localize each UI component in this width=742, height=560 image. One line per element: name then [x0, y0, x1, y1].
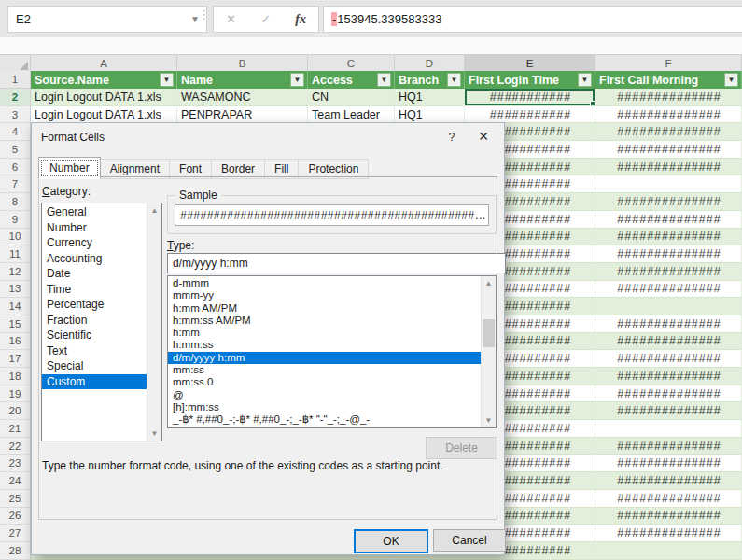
- row-number[interactable]: 5: [0, 141, 31, 159]
- type-option[interactable]: mm:ss: [168, 364, 481, 376]
- row-number[interactable]: 28: [0, 542, 31, 560]
- row-number[interactable]: 13: [0, 281, 31, 299]
- table-cell[interactable]: ##############: [595, 333, 742, 351]
- filter-button[interactable]: ▼: [447, 73, 461, 87]
- table-cell[interactable]: WASAMONC: [177, 89, 308, 106]
- tab-number[interactable]: Number: [38, 157, 101, 179]
- select-all-corner[interactable]: [0, 55, 31, 72]
- table-cell[interactable]: ##############: [595, 438, 742, 455]
- table-cell[interactable]: Login Logout DATA 1.xls: [31, 89, 177, 106]
- filter-button[interactable]: ▼: [724, 73, 738, 87]
- column-header-C[interactable]: C: [308, 55, 395, 72]
- column-header-A[interactable]: A: [31, 55, 177, 72]
- table-cell[interactable]: ##############: [595, 89, 742, 106]
- row-number[interactable]: 15: [0, 315, 31, 333]
- table-cell[interactable]: [595, 420, 742, 438]
- scroll-up-icon[interactable]: ▲: [482, 276, 496, 290]
- type-scrollbar[interactable]: ▲ ▼: [481, 276, 496, 427]
- table-cell[interactable]: ##############: [595, 508, 742, 525]
- table-cell[interactable]: HQ1: [395, 89, 465, 106]
- close-icon[interactable]: ✕: [472, 129, 495, 144]
- type-option[interactable]: h:mm: [168, 327, 481, 339]
- table-cell[interactable]: ##############: [595, 211, 742, 229]
- table-cell[interactable]: HQ1: [395, 106, 465, 124]
- scroll-down-icon[interactable]: ▼: [482, 413, 496, 427]
- row-number[interactable]: 2: [0, 89, 31, 106]
- table-cell[interactable]: ##############: [595, 141, 742, 159]
- category-item-currency[interactable]: Currency: [42, 235, 147, 251]
- name-box[interactable]: E2 ▼: [7, 6, 207, 33]
- insert-function-icon[interactable]: fx: [295, 12, 306, 27]
- filter-button[interactable]: ▼: [160, 73, 174, 87]
- table-cell[interactable]: [595, 542, 742, 560]
- row-number[interactable]: 4: [0, 123, 31, 141]
- table-cell[interactable]: Login Logout DATA 1.xls: [31, 106, 177, 124]
- row-number[interactable]: 8: [0, 193, 31, 211]
- category-item-custom[interactable]: Custom: [42, 374, 147, 390]
- category-item-scientific[interactable]: Scientific: [42, 328, 147, 343]
- type-input[interactable]: d/m/yyyy h:mm: [167, 253, 506, 273]
- type-option[interactable]: @: [168, 389, 481, 401]
- table-cell[interactable]: ##############: [595, 525, 742, 542]
- column-header-E[interactable]: E: [465, 55, 595, 72]
- row-number[interactable]: 26: [0, 508, 31, 525]
- scroll-down-icon[interactable]: ▼: [147, 427, 161, 441]
- column-header-F[interactable]: F: [595, 55, 742, 72]
- scrollbar-thumb[interactable]: [483, 319, 495, 347]
- filter-button[interactable]: ▼: [290, 73, 304, 87]
- category-item-time[interactable]: Time: [42, 282, 147, 298]
- table-cell[interactable]: ##############: [595, 402, 742, 420]
- table-cell[interactable]: ##############: [595, 229, 742, 246]
- column-header-D[interactable]: D: [395, 55, 465, 72]
- filter-button[interactable]: ▼: [578, 73, 592, 87]
- category-item-fraction[interactable]: Fraction: [42, 313, 147, 329]
- row-number[interactable]: 27: [0, 525, 31, 542]
- table-cell[interactable]: CN: [308, 89, 395, 106]
- row-number[interactable]: 17: [0, 350, 31, 368]
- table-cell[interactable]: ##############: [595, 368, 742, 385]
- selected-cell-E2[interactable]: ###########: [465, 89, 595, 106]
- category-item-text[interactable]: Text: [42, 343, 147, 359]
- filter-button[interactable]: ▼: [377, 73, 391, 87]
- row-number[interactable]: 16: [0, 333, 31, 351]
- row-number[interactable]: 6: [0, 159, 31, 176]
- type-option[interactable]: h:mm:ss: [168, 339, 481, 351]
- column-header-B[interactable]: B: [177, 55, 308, 72]
- confirm-entry-icon[interactable]: ✓: [260, 12, 271, 26]
- type-option[interactable]: h:mm:ss AM/PM: [168, 315, 481, 327]
- table-cell[interactable]: ##############: [595, 281, 742, 299]
- row-number[interactable]: 19: [0, 385, 31, 403]
- dialog-titlebar[interactable]: Format Cells ? ✕: [32, 123, 504, 151]
- row-number[interactable]: 24: [0, 472, 31, 490]
- table-cell[interactable]: ##############: [595, 123, 742, 141]
- table-cell[interactable]: [595, 298, 742, 315]
- table-cell[interactable]: ##############: [595, 106, 742, 124]
- type-option[interactable]: h:mm AM/PM: [168, 302, 481, 315]
- table-cell[interactable]: ###########: [465, 106, 595, 124]
- type-option[interactable]: d/m/yyyy h:mm: [168, 352, 481, 364]
- scroll-up-icon[interactable]: ▲: [147, 203, 161, 217]
- category-item-number[interactable]: Number: [42, 220, 147, 236]
- table-cell[interactable]: ##############: [595, 385, 742, 403]
- type-listbox[interactable]: d-mmmmmm-yyh:mm AM/PMh:mm:ss AM/PMh:mmh:…: [167, 275, 497, 428]
- table-cell[interactable]: PENPRAPAR: [177, 106, 308, 124]
- category-scrollbar[interactable]: ▲ ▼: [147, 203, 161, 441]
- ok-button[interactable]: OK: [354, 529, 428, 553]
- table-cell[interactable]: Team Leader: [308, 106, 395, 124]
- table-cell[interactable]: ##############: [595, 472, 742, 490]
- row-number[interactable]: 23: [0, 455, 31, 472]
- cancel-entry-icon[interactable]: ✕: [226, 12, 236, 26]
- row-number[interactable]: 3: [0, 106, 31, 124]
- table-cell[interactable]: ##############: [595, 263, 742, 281]
- row-number[interactable]: 25: [0, 490, 31, 508]
- type-option[interactable]: mm:ss.0: [168, 376, 481, 388]
- category-item-accounting[interactable]: Accounting: [42, 251, 147, 267]
- table-cell[interactable]: ##############: [595, 455, 742, 472]
- type-option[interactable]: mmm-yy: [168, 289, 481, 301]
- type-option[interactable]: _-฿* #,##0_-;-฿* #,##0_-;_-฿* "-"_-;_-@_…: [168, 413, 481, 426]
- table-cell[interactable]: ##############: [595, 245, 742, 263]
- type-option[interactable]: d-mmm: [168, 277, 481, 289]
- category-item-date[interactable]: Date: [42, 266, 147, 282]
- row-number[interactable]: 12: [0, 263, 31, 281]
- row-number[interactable]: 7: [0, 175, 31, 193]
